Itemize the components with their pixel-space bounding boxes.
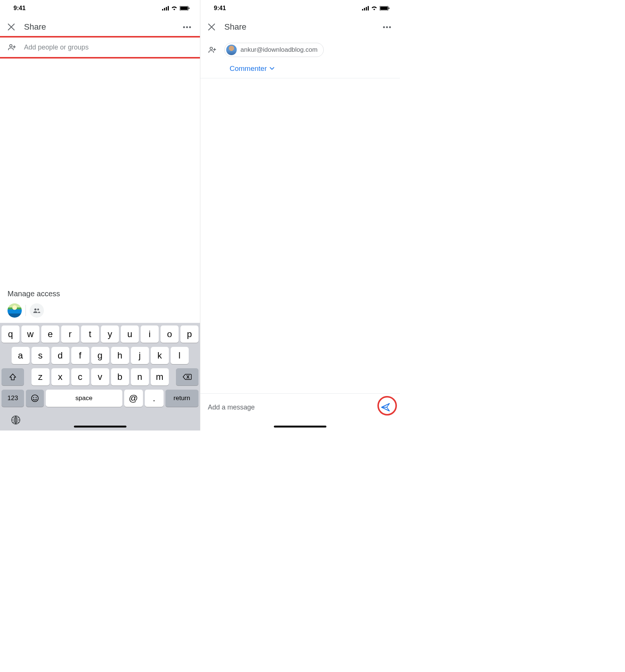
svg-rect-2 bbox=[166, 7, 167, 11]
send-icon bbox=[380, 402, 391, 412]
more-button[interactable] bbox=[181, 24, 193, 30]
key-l[interactable]: l bbox=[171, 347, 189, 364]
key-r[interactable]: r bbox=[61, 326, 79, 343]
emoji-key[interactable] bbox=[26, 390, 44, 407]
manage-access-label: Manage access bbox=[8, 290, 192, 298]
svg-rect-20 bbox=[389, 8, 389, 9]
send-button[interactable] bbox=[379, 400, 392, 414]
people-input[interactable] bbox=[24, 44, 192, 51]
keyboard-bottom bbox=[0, 410, 200, 430]
key-s[interactable]: s bbox=[32, 347, 50, 364]
key-y[interactable]: y bbox=[101, 326, 119, 343]
key-o[interactable]: o bbox=[161, 326, 179, 343]
dot-key[interactable]: . bbox=[145, 390, 164, 407]
role-dropdown[interactable]: Commenter bbox=[230, 64, 274, 73]
key-k[interactable]: k bbox=[151, 347, 169, 364]
key-i[interactable]: i bbox=[141, 326, 159, 343]
return-key[interactable]: return bbox=[165, 390, 198, 407]
key-e[interactable]: e bbox=[41, 326, 59, 343]
key-x[interactable]: x bbox=[51, 368, 69, 386]
manage-section: Manage access bbox=[0, 290, 200, 323]
spacer bbox=[200, 78, 400, 393]
keyboard: qwertyuiop asdfghjkl zxcvbnm 123 space @… bbox=[0, 323, 200, 410]
space-key[interactable]: space bbox=[46, 390, 122, 407]
svg-point-9 bbox=[37, 309, 39, 310]
status-icons bbox=[162, 6, 189, 10]
wifi-icon bbox=[171, 6, 177, 10]
delete-key[interactable] bbox=[176, 368, 198, 386]
svg-rect-0 bbox=[162, 9, 163, 10]
numbers-key[interactable]: 123 bbox=[2, 390, 24, 407]
key-row-3: zxcvbnm bbox=[2, 368, 198, 386]
key-w[interactable]: w bbox=[21, 326, 39, 343]
key-j[interactable]: j bbox=[131, 347, 149, 364]
key-v[interactable]: v bbox=[91, 368, 109, 386]
at-key[interactable]: @ bbox=[124, 390, 143, 407]
avatar-row bbox=[8, 303, 192, 318]
globe-icon bbox=[11, 415, 21, 425]
divider bbox=[26, 305, 26, 316]
key-u[interactable]: u bbox=[121, 326, 139, 343]
key-g[interactable]: g bbox=[91, 347, 109, 364]
svg-rect-1 bbox=[164, 8, 165, 10]
svg-rect-19 bbox=[380, 7, 388, 10]
key-p[interactable]: p bbox=[180, 326, 198, 343]
key-row-1: qwertyuiop bbox=[2, 326, 198, 343]
close-icon bbox=[8, 23, 15, 31]
shift-key[interactable] bbox=[2, 368, 24, 386]
key-z[interactable]: z bbox=[32, 368, 50, 386]
nav-bar: Share bbox=[0, 16, 200, 38]
person-chip[interactable]: ankur@idownloadblog.com bbox=[224, 43, 324, 57]
chevron-down-icon bbox=[270, 67, 274, 70]
message-input[interactable] bbox=[208, 404, 374, 411]
delete-icon bbox=[183, 374, 192, 380]
svg-rect-3 bbox=[168, 6, 169, 10]
status-bar: 9:41 bbox=[200, 0, 400, 16]
close-icon bbox=[208, 23, 215, 31]
message-bar bbox=[200, 393, 400, 430]
key-d[interactable]: d bbox=[51, 347, 69, 364]
battery-icon bbox=[180, 6, 189, 10]
svg-point-11 bbox=[33, 397, 34, 398]
close-button[interactable] bbox=[7, 22, 16, 32]
svg-rect-16 bbox=[366, 7, 367, 11]
status-time: 9:41 bbox=[214, 5, 226, 12]
svg-point-21 bbox=[210, 47, 212, 50]
close-button[interactable] bbox=[207, 22, 216, 32]
page-title: Share bbox=[224, 22, 373, 32]
left-phone: 9:41 Share Manage access qwer bbox=[0, 0, 200, 430]
wifi-icon bbox=[371, 6, 377, 10]
key-f[interactable]: f bbox=[71, 347, 89, 364]
key-n[interactable]: n bbox=[131, 368, 149, 386]
group-icon bbox=[33, 306, 41, 315]
globe-key[interactable] bbox=[11, 415, 21, 425]
chip-area: ankur@idownloadblog.com bbox=[224, 43, 392, 57]
status-time: 9:41 bbox=[14, 5, 26, 12]
emoji-icon bbox=[30, 394, 39, 403]
key-a[interactable]: a bbox=[12, 347, 30, 364]
key-b[interactable]: b bbox=[111, 368, 129, 386]
svg-point-12 bbox=[36, 397, 36, 398]
svg-point-7 bbox=[10, 45, 12, 47]
input-row: ankur@idownloadblog.com bbox=[200, 38, 400, 62]
key-t[interactable]: t bbox=[81, 326, 99, 343]
svg-rect-14 bbox=[362, 9, 363, 10]
more-button[interactable] bbox=[381, 24, 393, 30]
status-icons bbox=[362, 6, 389, 10]
svg-rect-5 bbox=[180, 7, 188, 10]
role-row: Commenter bbox=[200, 62, 400, 78]
owner-avatar[interactable] bbox=[8, 303, 22, 318]
nav-bar: Share bbox=[200, 16, 400, 38]
key-q[interactable]: q bbox=[2, 326, 20, 343]
role-label: Commenter bbox=[230, 64, 267, 73]
status-bar: 9:41 bbox=[0, 0, 200, 16]
key-c[interactable]: c bbox=[71, 368, 89, 386]
page-title: Share bbox=[24, 22, 173, 32]
svg-rect-15 bbox=[364, 8, 365, 10]
input-row bbox=[0, 38, 200, 57]
group-avatar[interactable] bbox=[30, 303, 44, 318]
key-h[interactable]: h bbox=[111, 347, 129, 364]
shift-icon bbox=[9, 373, 17, 381]
key-m[interactable]: m bbox=[151, 368, 169, 386]
person-add-icon bbox=[208, 45, 217, 54]
